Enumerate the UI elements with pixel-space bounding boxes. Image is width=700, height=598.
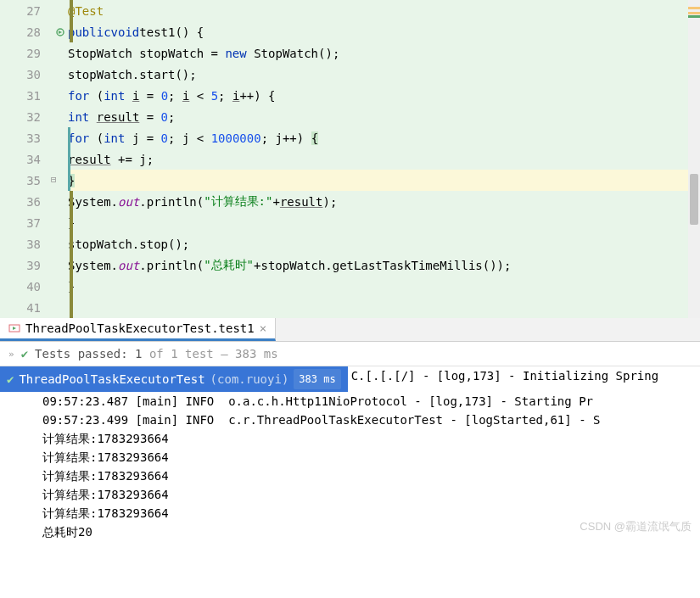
console-line: 计算结果:1783293664	[0, 467, 700, 485]
code-line-41[interactable]	[68, 297, 700, 318]
console-line: 09:57:23.499 [main] INFO c.r.ThreadPoolT…	[0, 411, 700, 429]
gutter-line[interactable]: 36	[0, 191, 68, 212]
code-line-29[interactable]: StopWatch stopWatch = new StopWatch();	[68, 42, 700, 64]
scrollbar-marker	[688, 7, 700, 9]
tests-passed-count: Tests passed: 1	[35, 347, 142, 360]
test-duration: 383 ms	[294, 369, 340, 389]
check-icon: ✔	[7, 370, 14, 388]
scrollbar-thumb[interactable]	[690, 174, 698, 225]
gutter-line[interactable]: 34	[0, 148, 68, 170]
tab-label: ThreadPoolTaskExecutorTest.test1	[25, 321, 255, 335]
run-tab-bar: ThreadPoolTaskExecutorTest.test1 ×	[0, 318, 700, 342]
scrollbar-marker	[688, 12, 700, 14]
gutter-line[interactable]: 31	[0, 85, 68, 106]
fold-icon[interactable]: ⊟	[51, 174, 64, 187]
code-line-33[interactable]: for (int j = 0; j < 1000000; j++) {	[68, 127, 700, 148]
close-icon[interactable]: ×	[260, 321, 266, 335]
code-area[interactable]: @Test public void test1() { StopWatch st…	[68, 0, 700, 318]
watermark: CSDN @霸道流氓气质	[580, 517, 692, 536]
gutter-line[interactable]: 35⊟	[0, 170, 68, 191]
run-test-icon[interactable]	[51, 25, 64, 39]
gutter-line[interactable]: 30	[0, 64, 68, 85]
run-tab[interactable]: ThreadPoolTaskExecutorTest.test1 ×	[0, 318, 276, 341]
gutter-line[interactable]: 27	[0, 0, 68, 21]
console-line: 计算结果:1783293664	[0, 485, 700, 504]
code-line-31[interactable]: for (int i = 0; i < 5; i++) {	[68, 85, 700, 106]
code-line-37[interactable]: }	[68, 212, 700, 233]
gutter-line[interactable]: 41	[0, 297, 68, 318]
code-line-40[interactable]: }	[68, 276, 700, 297]
run-config-icon	[8, 322, 20, 334]
code-line-32[interactable]: int result = 0;	[68, 106, 700, 127]
scrollbar-marker	[688, 15, 700, 18]
gutter-line[interactable]: 32	[0, 106, 68, 127]
gutter-line[interactable]: 40	[0, 276, 68, 297]
code-line-30[interactable]: stopWatch.start();	[68, 64, 700, 85]
console-output[interactable]: ✔ ThreadPoolTaskExecutorTest (com.ruoyi)…	[0, 366, 700, 541]
gutter-line[interactable]: 29	[0, 42, 68, 64]
code-line-35[interactable]: }	[68, 170, 700, 191]
test-class-name: ThreadPoolTaskExecutorTest	[19, 370, 204, 388]
code-line-34[interactable]: result += j;	[68, 148, 700, 170]
console-line: 09:57:23.487 [main] INFO o.a.c.h.Http11N…	[0, 392, 700, 411]
gutter-line[interactable]: 33	[0, 127, 68, 148]
gutter-line[interactable]: 39	[0, 254, 68, 276]
console-line: ✔ ThreadPoolTaskExecutorTest (com.ruoyi)…	[0, 366, 700, 392]
check-icon: ✔	[21, 347, 28, 360]
gutter: 27 28 29 30 31 32 33 34 35⊟ 36 37 38 39 …	[0, 0, 68, 318]
code-line-36[interactable]: System.out.println("计算结果:"+result);	[68, 191, 700, 212]
vertical-scrollbar[interactable]	[688, 0, 700, 318]
test-status-bar: » ✔ Tests passed: 1 of 1 test – 383 ms	[0, 342, 700, 366]
test-node-selected[interactable]: ✔ ThreadPoolTaskExecutorTest (com.ruoyi)…	[0, 366, 348, 392]
chevron-right-icon[interactable]: »	[8, 349, 14, 360]
code-editor: 27 28 29 30 31 32 33 34 35⊟ 36 37 38 39 …	[0, 0, 700, 318]
test-package: (com.ruoyi)	[210, 370, 289, 388]
console-line: 计算结果:1783293664	[0, 448, 700, 467]
code-line-28[interactable]: public void test1() {	[68, 21, 700, 42]
gutter-line[interactable]: 37	[0, 212, 68, 233]
gutter-line[interactable]: 28	[0, 21, 68, 42]
tests-total: of 1 test – 383 ms	[143, 347, 278, 360]
code-line-27[interactable]: @Test	[68, 0, 700, 21]
change-markers	[68, 0, 75, 318]
gutter-line[interactable]: 38	[0, 233, 68, 254]
code-line-38[interactable]: stopWatch.stop();	[68, 233, 700, 254]
console-line: 计算结果:1783293664	[0, 429, 700, 448]
code-line-39[interactable]: System.out.println("总耗时"+stopWatch.getLa…	[68, 254, 700, 276]
